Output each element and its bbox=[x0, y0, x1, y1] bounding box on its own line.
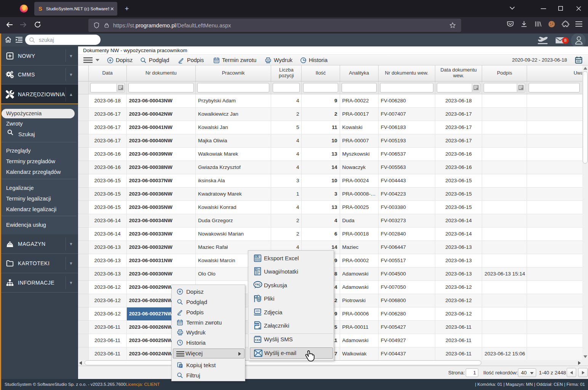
svg-text:+XX: +XX bbox=[255, 338, 261, 342]
svg-text:S: S bbox=[38, 6, 42, 12]
svg-text:</>: </> bbox=[256, 310, 259, 313]
svg-text:XLS: XLS bbox=[255, 255, 259, 258]
svg-text:PDF: PDF bbox=[254, 323, 259, 326]
svg-text:FAQ: FAQ bbox=[255, 283, 260, 286]
